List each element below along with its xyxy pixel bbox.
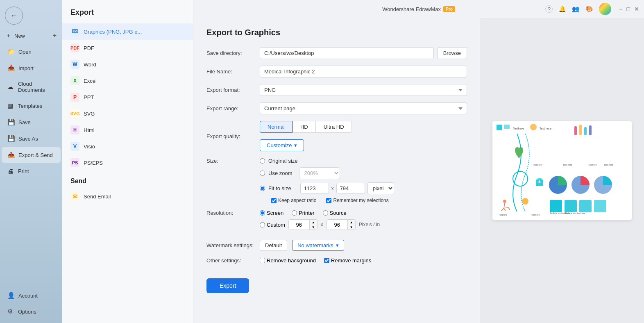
export-menu-graphics[interactable]: Graphics (PNG, JPG e... <box>62 23 193 40</box>
dpi2-up-button[interactable]: ▲ <box>348 220 355 225</box>
fit-height-input[interactable] <box>336 183 365 194</box>
no-watermarks-button[interactable]: No watermarks ▾ <box>292 240 344 251</box>
remember-label: Remember my selections <box>326 198 388 203</box>
quality-normal-button[interactable]: Normal <box>260 121 293 133</box>
skin-button[interactable]: 🎨 <box>585 5 593 13</box>
fit-to-size-radio[interactable] <box>260 186 265 191</box>
svg-rect-18 <box>550 200 562 212</box>
quality-uhd-button[interactable]: Ultra HD <box>316 121 352 133</box>
file-name-label: File Name: <box>206 68 260 75</box>
printer-option: Printer <box>292 210 314 216</box>
export-format-select[interactable]: PNG JPG BMP TIFF GIF <box>260 84 467 96</box>
maximize-button[interactable]: □ <box>627 6 630 12</box>
unit-select[interactable]: pixel cm inch <box>367 182 394 194</box>
original-size-label: Original size <box>268 158 298 164</box>
pixels-per-in-label: Pixels / in <box>359 222 380 227</box>
svg-text:Replace your text here: Replace your text here <box>565 212 585 214</box>
sidebar-item-cloud[interactable]: ☁ Cloud Documents <box>2 77 61 97</box>
checkbox-group: Keep aspect ratio Remember my selections <box>271 198 467 203</box>
sidebar-item-saveas[interactable]: 💾 Save As <box>2 131 61 146</box>
export-menu-word[interactable]: W Word <box>62 56 193 73</box>
help-button[interactable]: ? <box>545 5 553 13</box>
word-label: Word <box>84 61 96 68</box>
export-quality-label: Export quality: <box>206 133 260 139</box>
watermark-options: Default No watermarks ▾ <box>260 240 467 251</box>
export-menu-pdf[interactable]: PDF PDF <box>62 40 193 56</box>
export-menu-svg[interactable]: SVG SVG <box>62 105 193 122</box>
export-menu-visio[interactable]: V Visio <box>62 138 193 155</box>
save-directory-input[interactable] <box>260 47 434 59</box>
templates-icon: ▦ <box>7 102 15 109</box>
sidebar-item-options[interactable]: ⚙ Options <box>2 304 61 319</box>
remove-margins-checkbox[interactable] <box>324 258 329 263</box>
svg-rect-3 <box>497 125 502 130</box>
svg-text:Text here: Text here <box>604 164 613 166</box>
fit-width-input[interactable] <box>300 183 329 194</box>
dpi1-input[interactable] <box>289 220 309 230</box>
sidebar-item-print[interactable]: 🖨 Print <box>2 164 61 179</box>
quality-hd-button[interactable]: HD <box>293 121 316 133</box>
use-zoom-radio[interactable] <box>260 171 265 176</box>
sidebar-item-save[interactable]: 💾 Save <box>2 114 61 130</box>
pdf-icon: PDF <box>70 43 79 52</box>
export-form-area: Export to Graphics Save directory: Brows… <box>193 18 644 323</box>
svg-point-10 <box>503 200 506 203</box>
sidebar-item-export[interactable]: 📤 Export & Send <box>2 147 61 163</box>
original-size-radio[interactable] <box>260 158 265 164</box>
browse-button[interactable]: Browse <box>437 47 467 59</box>
printer-radio[interactable] <box>292 210 297 216</box>
watermark-default-button[interactable]: Default <box>260 240 287 251</box>
back-button[interactable]: ← <box>5 7 23 25</box>
dpi1-spinner: ▲ ▼ <box>288 219 317 230</box>
zoom-select[interactable]: 200% 100% 150% <box>299 167 340 179</box>
graphics-label: Graphics (PNG, JPG e... <box>84 29 142 35</box>
svg-rect-13 <box>584 127 587 135</box>
bell-button[interactable]: 🔔 <box>558 5 566 13</box>
export-menu-html[interactable]: H Html <box>62 122 193 138</box>
export-menu-pseps[interactable]: PS PS/EPS <box>62 155 193 171</box>
dpi2-down-button[interactable]: ▼ <box>348 225 355 230</box>
visio-label: Visio <box>84 143 95 150</box>
no-watermarks-label: No watermarks <box>297 242 333 248</box>
sidebar-item-open[interactable]: 📁 Open <box>2 44 61 59</box>
export-menu-excel[interactable]: X Excel <box>62 73 193 89</box>
remember-checkbox[interactable] <box>326 198 331 203</box>
sidebar-print-label: Print <box>18 168 29 174</box>
sidebar-item-new[interactable]: ＋ New + <box>0 28 62 43</box>
dpi2-input[interactable] <box>327 220 347 230</box>
dpi1-down-button[interactable]: ▼ <box>310 225 317 230</box>
community-button[interactable]: 👥 <box>572 5 580 13</box>
export-menu-ppt[interactable]: P PPT <box>62 89 193 105</box>
sidebar-item-templates[interactable]: ▦ Templates <box>2 98 61 114</box>
sidebar-item-account[interactable]: 👤 Account <box>2 288 61 303</box>
infographic-svg: Texthere Test here <box>492 121 632 220</box>
ppt-icon: P <box>70 93 79 102</box>
import-icon: 📥 <box>7 64 15 72</box>
dpi1-up-button[interactable]: ▲ <box>310 220 317 225</box>
customize-button[interactable]: Customize ▾ <box>260 139 304 151</box>
save-icon: 💾 <box>7 118 15 126</box>
remove-background-checkbox[interactable] <box>260 258 265 263</box>
fit-to-size-label: Fit to size <box>268 185 291 191</box>
file-name-input[interactable] <box>260 66 467 77</box>
export-quality-row: Export quality: Normal HD Ultra HD Custo… <box>206 121 467 151</box>
new-icon: ＋ <box>6 32 11 39</box>
export-button[interactable]: Export <box>206 278 249 293</box>
screen-radio[interactable] <box>260 210 265 216</box>
keep-aspect-checkbox[interactable] <box>271 198 277 203</box>
pro-badge: Pro <box>443 6 455 12</box>
avatar[interactable] <box>599 3 611 15</box>
export-range-select[interactable]: Current page All pages Selected objects <box>260 102 467 114</box>
sidebar-item-import[interactable]: 📥 Import <box>2 60 61 76</box>
html-icon: H <box>70 125 79 134</box>
print-icon: 🖨 <box>7 168 15 175</box>
source-radio[interactable] <box>323 210 328 216</box>
custom-radio[interactable] <box>260 222 265 227</box>
minimize-button[interactable]: − <box>619 6 622 12</box>
svg-point-9 <box>522 198 528 205</box>
send-email-item[interactable]: ✉ Send Email <box>62 188 193 205</box>
close-button[interactable]: ✕ <box>634 6 639 12</box>
svg-icon: SVG <box>70 109 79 118</box>
window-controls: ? 🔔 👥 🎨 ⚙ − □ ✕ <box>545 5 639 13</box>
sidebar-saveas-label: Save As <box>18 136 38 142</box>
